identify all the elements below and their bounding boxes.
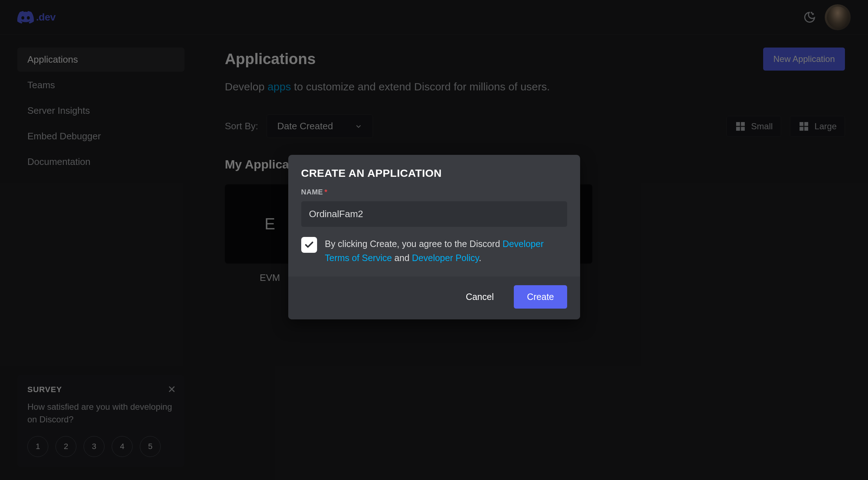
- cancel-button[interactable]: Cancel: [453, 285, 507, 309]
- name-input[interactable]: [301, 201, 567, 227]
- name-field-label: NAME*: [301, 188, 567, 196]
- terms-checkbox[interactable]: [301, 237, 317, 253]
- create-application-modal: CREATE AN APPLICATION NAME* By clicking …: [288, 155, 580, 319]
- terms-text: By clicking Create, you agree to the Dis…: [325, 237, 567, 265]
- modal-title: CREATE AN APPLICATION: [301, 167, 567, 179]
- create-button[interactable]: Create: [514, 285, 567, 309]
- developer-policy-link[interactable]: Developer Policy: [412, 253, 479, 263]
- check-icon: [304, 240, 314, 250]
